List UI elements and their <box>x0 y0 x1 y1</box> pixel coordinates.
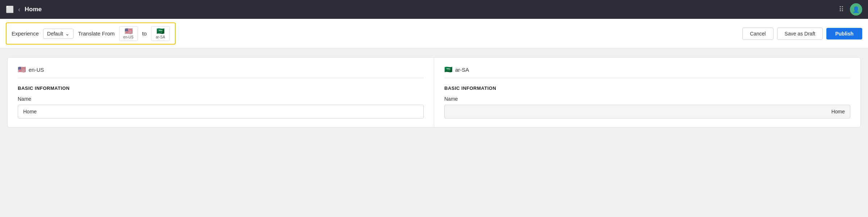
grid-icon[interactable]: ⠿ <box>839 5 844 14</box>
right-flag-icon: 🇸🇦 <box>444 66 452 73</box>
left-lang-code: en-US <box>29 67 44 73</box>
default-select-value: Default <box>47 31 63 37</box>
save-draft-button[interactable]: Save as Draft <box>777 28 823 40</box>
to-flag-icon: 🇸🇦 <box>156 28 164 34</box>
left-lang-header: 🇺🇸 en-US <box>18 66 424 78</box>
to-lang-code: ar-SA <box>156 35 165 39</box>
translate-from-label: Translate From <box>78 30 114 37</box>
experience-select[interactable]: Default ⌄ <box>43 29 74 39</box>
right-panel: 🇸🇦 ar-SA BASIC INFORMATION Name Home <box>434 58 860 127</box>
right-section-title: BASIC INFORMATION <box>444 85 850 91</box>
nav-left: ⬜ ‹ Home <box>6 5 42 13</box>
main-content: 🇺🇸 en-US BASIC INFORMATION Name Home 🇸🇦 … <box>0 49 868 136</box>
translation-panel: 🇺🇸 en-US BASIC INFORMATION Name Home 🇸🇦 … <box>7 57 861 128</box>
left-section-title: BASIC INFORMATION <box>18 85 424 91</box>
top-navigation: ⬜ ‹ Home ⠿ 👤 <box>0 0 868 19</box>
toolbar-left-group: Experience Default ⌄ Translate From 🇺🇸 e… <box>6 22 176 45</box>
publish-button[interactable]: Publish <box>826 28 862 39</box>
from-flag-icon: 🇺🇸 <box>125 28 133 34</box>
to-label: to <box>142 30 147 37</box>
sidebar-toggle-icon[interactable]: ⬜ <box>6 5 14 13</box>
to-language-badge[interactable]: 🇸🇦 ar-SA <box>151 26 170 41</box>
left-panel: 🇺🇸 en-US BASIC INFORMATION Name Home <box>8 58 434 127</box>
left-field-label: Name <box>18 96 424 102</box>
experience-label: Experience <box>12 30 39 37</box>
right-field-label: Name <box>444 96 850 102</box>
toolbar: Experience Default ⌄ Translate From 🇺🇸 e… <box>0 19 868 49</box>
back-icon[interactable]: ‹ <box>18 6 20 13</box>
nav-right: ⠿ 👤 <box>839 3 862 16</box>
right-name-input[interactable]: Home <box>444 105 850 118</box>
toolbar-right-group: Cancel Save as Draft Publish <box>742 28 862 40</box>
left-name-input[interactable]: Home <box>18 105 424 118</box>
from-lang-code: en-US <box>123 35 133 39</box>
chevron-down-icon: ⌄ <box>65 31 70 37</box>
left-flag-icon: 🇺🇸 <box>18 66 26 73</box>
from-language-badge[interactable]: 🇺🇸 en-US <box>119 26 138 41</box>
cancel-button[interactable]: Cancel <box>742 28 773 40</box>
right-lang-header: 🇸🇦 ar-SA <box>444 66 850 78</box>
avatar[interactable]: 👤 <box>850 3 862 16</box>
page-title: Home <box>25 6 42 13</box>
right-lang-code: ar-SA <box>455 67 469 73</box>
